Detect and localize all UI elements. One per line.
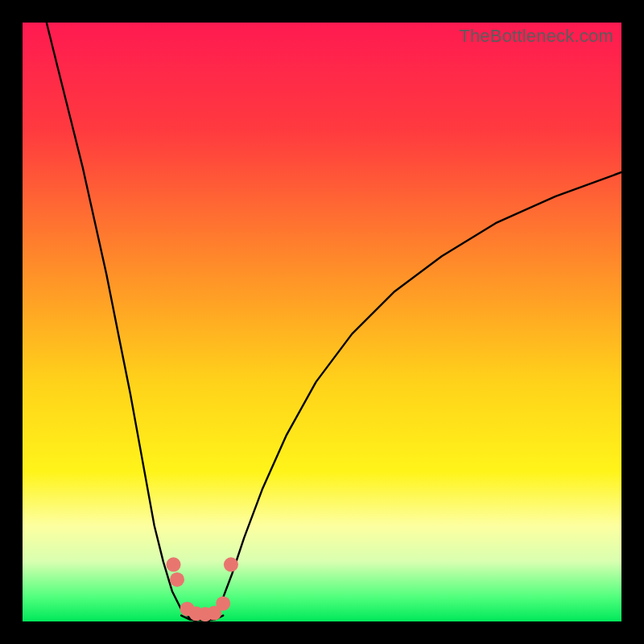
plot-area: TheBottleneck.com: [23, 23, 621, 621]
marker-m8: [224, 557, 238, 572]
chart-frame: TheBottleneck.com: [23, 23, 621, 621]
marker-m7: [216, 597, 230, 611]
marker-m1: [167, 557, 181, 572]
marker-m2: [170, 572, 184, 587]
series-right-curve: [208, 172, 621, 621]
series-left-curve: [47, 23, 196, 621]
curve-layer: [23, 23, 621, 621]
